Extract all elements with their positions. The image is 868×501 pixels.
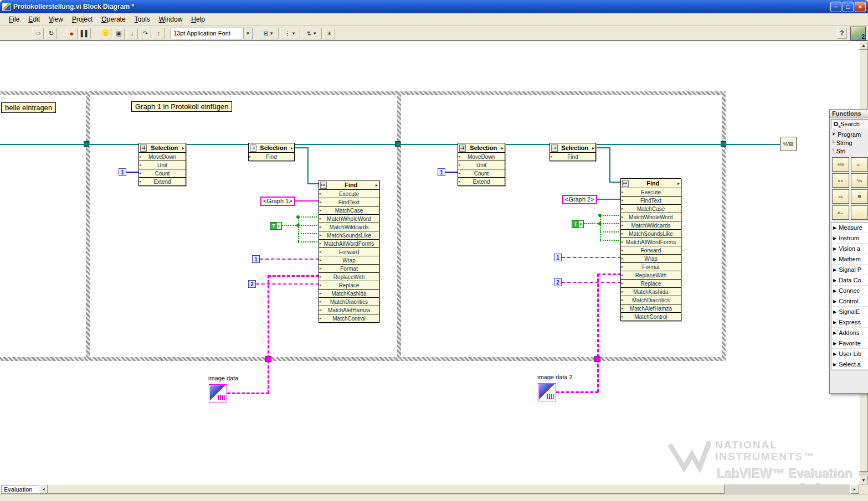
property-row[interactable]: ▸MatchWholeWord [319,214,379,223]
property-node-selection[interactable]: ⇢ Selection ▸ ▸Find [248,143,295,161]
palette-icon[interactable]: n.n [832,173,849,188]
property-row[interactable]: ▸Unit [458,161,505,169]
palette-search-button[interactable]: Search [831,119,868,129]
property-row[interactable]: ▸Execute [621,188,681,196]
property-row[interactable]: ▸MatchAllWordForms [319,239,379,247]
property-row[interactable]: ▸Find [249,152,294,161]
boolean-constant-true[interactable]: T F [572,220,584,228]
numeric-constant[interactable]: 2 [248,280,256,288]
property-row[interactable]: ▸MatchKashida [621,287,681,296]
clean-up-diagram-button[interactable]: ∗ [323,28,335,39]
palette-category[interactable]: ▶ Instrum [831,233,868,244]
wire-image-data[interactable] [268,275,269,394]
property-node-selection[interactable]: ⇉ Selection ▸ ▸MoveDown▸Unit▸Count▸Exten… [138,143,186,186]
menu-item[interactable]: File [4,14,24,24]
wire-refnum-branch[interactable] [609,182,622,183]
palette-tree-item[interactable]: └ Stri [830,147,868,155]
property-row[interactable]: ▸Find [550,152,595,161]
palette-tree-item[interactable]: └ String [830,138,868,147]
wire-numeric[interactable] [445,172,459,173]
wire-variant[interactable] [562,257,621,258]
palette-icon[interactable]: 999 [832,157,849,172]
palette-category[interactable]: ▶ Express [831,317,868,328]
wire-boolean[interactable] [298,225,320,226]
property-node-find[interactable]: ↦ Find ▸ ▸Execute▸FindText▸MatchCase▸Mat… [319,180,379,323]
sequence-tunnel[interactable] [265,356,271,362]
numeric-constant[interactable]: 1 [438,168,445,176]
frame-label[interactable]: belle eintragen [1,102,56,113]
retain-wire-values-button[interactable]: ▣ [113,28,125,39]
sequence-frame-divider[interactable] [397,91,401,361]
wire-refnum-branch[interactable] [295,147,309,148]
context-help-button[interactable]: ? [837,28,847,39]
palette-icon[interactable]: ▦ [851,189,868,204]
wire-boolean[interactable] [600,240,622,241]
numeric-constant[interactable]: 1 [119,168,126,176]
property-row[interactable]: ▸MatchCase [621,204,681,213]
palette-category[interactable]: ▶ Measure [831,223,868,233]
wire-boolean[interactable] [298,233,320,234]
abort-button[interactable]: ● [66,28,78,39]
property-row[interactable]: ▸Format [621,262,681,271]
step-into-button[interactable]: ↓ [126,28,138,39]
palette-category[interactable]: ▶ Favorite [831,338,868,349]
property-row[interactable]: ▸Extend [139,177,186,185]
property-row[interactable]: ▸Extend [458,177,505,185]
align-objects-button[interactable]: ⊞▼ [259,28,279,39]
palette-category[interactable]: ▶ Control [831,296,868,307]
highlight-execution-button[interactable]: ☼ [100,28,111,39]
menu-item[interactable]: View [44,14,68,24]
maximize-button[interactable]: □ [843,2,854,12]
property-row[interactable]: ▸Forward [319,247,379,256]
wire-boolean[interactable] [600,223,622,224]
wire-refnum-branch[interactable] [596,147,610,148]
wire-variant[interactable] [562,282,621,283]
property-node-header[interactable]: ⇉ Selection ▸ [458,143,505,152]
property-row[interactable]: ▸FindText [319,198,379,206]
distribute-objects-button[interactable]: ⋮▼ [280,28,300,39]
property-row[interactable]: ▸MatchAllWordForms [621,237,681,246]
wire-string[interactable] [597,199,622,200]
wire-refnum-branch[interactable] [307,183,320,184]
execution-target-selector[interactable]: Evaluation [1,485,39,494]
property-node-selection[interactable]: ⇢ Selection ▸ ▸Find [549,143,596,161]
numeric-constant[interactable]: 1 [252,255,260,263]
reorder-objects-button[interactable]: ⇅▼ [302,28,322,39]
sequence-tunnel[interactable] [84,141,89,147]
report-function-icon[interactable]: %/▤ [780,137,797,151]
wire-refnum-main[interactable] [0,144,781,145]
wire-boolean[interactable] [600,215,601,241]
property-node-selection[interactable]: ⇉ Selection ▸ ▸MoveDown▸Unit▸Count▸Exten… [458,143,505,186]
wire-variant[interactable] [260,259,319,260]
palette-category[interactable]: ▶ Addons [831,328,868,338]
scroll-up-button[interactable]: ▲ [859,41,868,50]
vi-icon[interactable]: 2 [850,27,866,40]
menu-item[interactable]: Window [155,14,187,24]
frame-label[interactable]: Graph 1 in Protokoll einfügen [131,101,232,112]
palette-icon[interactable]: a.. [851,157,868,172]
property-node-header[interactable]: ↦ Find ▸ [621,179,681,188]
property-row[interactable]: ▸MatchWildcards [319,223,379,231]
property-row[interactable]: ▸Replace [319,281,379,289]
property-row[interactable]: ▸Wrap [319,256,379,264]
property-row[interactable]: ▸MatchDiacritics [621,296,681,304]
run-continuous-button[interactable]: ↻ [45,28,57,39]
palette-category[interactable]: ▶ Connec [831,286,868,296]
numeric-constant[interactable]: 1 [554,254,562,261]
wire-boolean[interactable] [298,241,320,242]
property-row[interactable]: ▸MatchWholeWord [621,213,681,221]
image-data-terminal[interactable] [538,383,556,401]
property-node-header[interactable]: ↦ Find ▸ [319,180,379,189]
wire-boolean[interactable] [600,231,622,233]
sequence-tunnel[interactable] [721,141,726,147]
wire-image-data[interactable] [597,273,599,392]
property-row[interactable]: ▸MatchCase [319,206,379,214]
menu-item[interactable]: Help [187,14,209,24]
wire-refnum-branch[interactable] [609,147,610,183]
property-row[interactable]: ▸Format [319,264,379,272]
string-constant[interactable]: <Graph 2> [562,195,597,204]
palette-category[interactable]: ▶ Signal P [831,265,868,275]
numeric-constant[interactable]: 2 [554,278,562,286]
property-row[interactable]: ▸MatchSoundsLike [319,231,379,239]
wire-image-data[interactable] [556,391,598,393]
